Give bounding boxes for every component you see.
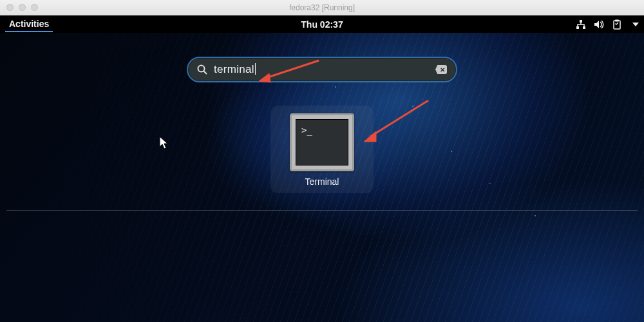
guest-desktop: Activities Thu 02:37 terminal ✕ >_ Termi…: [0, 15, 644, 322]
clipboard-icon: [612, 19, 622, 30]
search-query-text: terminal: [214, 63, 435, 76]
svg-rect-2: [583, 26, 585, 29]
overview-search-input[interactable]: terminal ✕: [187, 57, 457, 82]
svg-rect-4: [615, 19, 619, 21]
svg-marker-8: [259, 73, 270, 82]
terminal-app-icon: >_: [290, 113, 354, 171]
activities-button[interactable]: Activities: [5, 17, 53, 32]
window-traffic-lights[interactable]: [0, 4, 38, 11]
clock-label[interactable]: Thu 02:37: [301, 19, 343, 30]
svg-rect-3: [614, 21, 620, 29]
status-area[interactable]: [576, 19, 639, 30]
search-result-terminal[interactable]: >_ Terminal: [270, 106, 374, 193]
svg-rect-1: [576, 26, 579, 29]
close-window-dot[interactable]: [6, 4, 14, 11]
search-result-label: Terminal: [277, 176, 367, 187]
svg-rect-0: [580, 20, 582, 23]
annotation-arrow-to-result: [361, 99, 431, 144]
annotation-arrow-to-search: [258, 59, 322, 85]
svg-line-7: [264, 61, 319, 79]
svg-marker-10: [364, 131, 376, 142]
host-window-title: fedora32 [Running]: [0, 3, 644, 12]
svg-point-5: [198, 66, 205, 72]
svg-line-9: [370, 100, 428, 137]
gnome-top-bar: Activities Thu 02:37: [0, 15, 644, 33]
search-icon: [197, 64, 207, 75]
clear-input-icon[interactable]: ✕: [435, 65, 447, 74]
zoom-window-dot[interactable]: [31, 4, 38, 11]
volume-icon: [594, 19, 604, 30]
text-caret: [255, 63, 256, 75]
host-window-titlebar: fedora32 [Running]: [0, 0, 644, 15]
dropdown-arrow-icon: [632, 23, 639, 26]
svg-line-6: [204, 71, 207, 75]
results-divider: [6, 210, 638, 211]
network-icon: [576, 19, 586, 30]
minimize-window-dot[interactable]: [19, 4, 26, 11]
